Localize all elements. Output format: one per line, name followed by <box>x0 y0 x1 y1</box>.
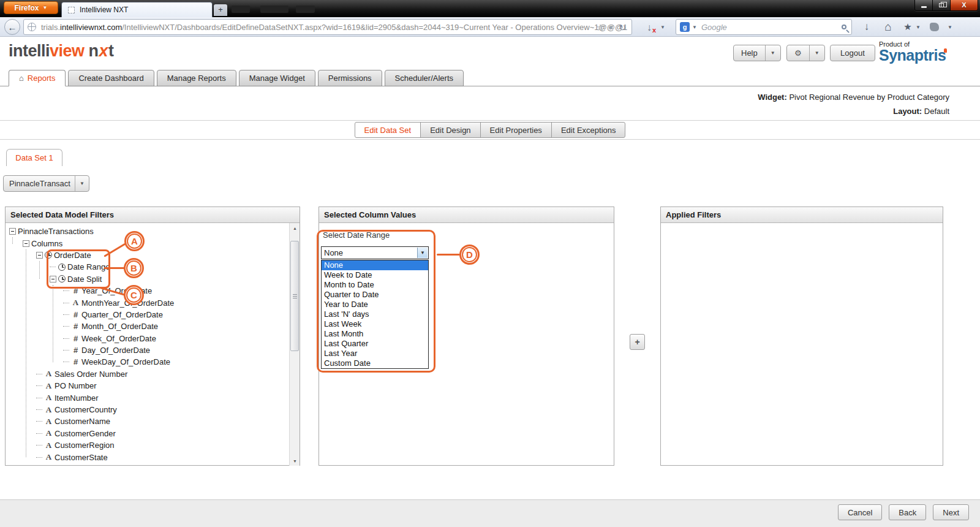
date-range-option-month-to-date[interactable]: Month to Date <box>322 280 428 290</box>
date-range-option-quarter-to-date[interactable]: Quarter to Date <box>322 290 428 300</box>
datasource-dropdown[interactable]: PinnacleTransact ▼ <box>3 175 89 192</box>
date-range-select[interactable]: None ▼ <box>321 246 429 259</box>
tab-create-dashboard[interactable]: Create Dashboard <box>68 70 154 86</box>
close-button[interactable]: X <box>951 0 978 10</box>
back-button[interactable]: Back <box>889 504 926 520</box>
chevron-down-icon[interactable]: ▼ <box>607 20 614 35</box>
tab-scheduler-alerts[interactable]: Scheduler/Alerts <box>385 70 464 86</box>
menu-item-blob[interactable] <box>232 6 250 13</box>
menu-item-blob[interactable] <box>296 6 315 13</box>
edit-tab-edit-design[interactable]: Edit Design <box>420 122 480 138</box>
select-arrow-icon[interactable]: ▼ <box>417 248 428 258</box>
date-range-option-none[interactable]: None <box>322 260 428 270</box>
tree-item-itemnumber[interactable]: A ItemNumber <box>6 392 289 403</box>
date-range-option-last-week[interactable]: Last Week <box>322 319 428 329</box>
tree-item-month-of-orderdate[interactable]: # Month_Of_OrderDate <box>6 320 289 332</box>
browser-tab[interactable]: Intelliview NXT <box>61 2 213 17</box>
scrollbar[interactable]: ▲ ▼ <box>289 223 300 466</box>
tree-connector <box>39 261 40 279</box>
tree-item-orderdate[interactable]: OrderDate <box>6 249 289 261</box>
new-tab-button[interactable]: + <box>214 4 227 16</box>
tree-item-quarter-of-orderdate[interactable]: # Quarter_Of_OrderDate <box>6 309 289 320</box>
download-indicator-button[interactable]: ↓ x <box>642 20 657 34</box>
main-tabs: ⌂ Reports Create Dashboard Manage Report… <box>0 69 980 86</box>
scroll-up-button[interactable]: ▲ <box>290 223 300 233</box>
tree-expander-icon[interactable] <box>23 240 29 247</box>
tree-item-icon: A <box>45 381 53 391</box>
tree-item-week-of-orderdate[interactable]: # Week_Of_OrderDate <box>6 333 289 344</box>
settings-button[interactable]: ⚙ ▼ <box>786 45 825 61</box>
bookmark-star-icon[interactable]: ☆ <box>595 20 606 35</box>
chevron-down-icon[interactable]: ▼ <box>765 45 780 61</box>
tree-item-date-split[interactable]: Date Split <box>6 273 289 285</box>
reload-icon[interactable]: ↻ <box>617 20 628 35</box>
minimize-icon <box>921 6 927 8</box>
tab-permissions[interactable]: Permissions <box>318 70 382 86</box>
tab-manage-widget[interactable]: Manage Widget <box>239 70 315 86</box>
tree-item-customercountry[interactable]: A CustomerCountry <box>6 404 289 415</box>
search-engine-icon[interactable]: g <box>680 22 690 32</box>
download-arrow-icon: ↓ <box>647 22 652 33</box>
add-filter-button[interactable]: + <box>630 334 645 350</box>
tree-item-customername[interactable]: A CustomerName <box>6 415 289 427</box>
chevron-down-icon[interactable]: ▼ <box>692 25 697 30</box>
bookmarks-icon[interactable]: ★ <box>902 20 914 34</box>
tree-expander-icon[interactable] <box>36 252 43 259</box>
date-range-option-week-to-date[interactable]: Week to Date <box>322 270 428 280</box>
close-icon: X <box>962 2 966 9</box>
tab-reports[interactable]: ⌂ Reports <box>9 70 66 86</box>
dataset-tab[interactable]: Data Set 1 <box>6 149 62 166</box>
tree-item-year-of-orderdate[interactable]: # Year_Of_OrderDate <box>6 285 289 297</box>
edit-tab-edit-exceptions[interactable]: Edit Exceptions <box>551 122 626 138</box>
nav-tab-label: Scheduler/Alerts <box>395 74 453 83</box>
scrollbar-thumb[interactable] <box>290 241 299 351</box>
date-range-option-last-n-days[interactable]: Last 'N' days <box>322 309 428 319</box>
tree-stub <box>63 311 70 318</box>
downloads-icon[interactable]: ↓ <box>860 20 873 34</box>
date-range-option-custom-date[interactable]: Custom Date <box>322 358 428 368</box>
chevron-down-icon[interactable]: ▼ <box>946 20 954 34</box>
logout-button[interactable]: Logout <box>830 45 875 61</box>
date-range-option-last-quarter[interactable]: Last Quarter <box>322 339 428 349</box>
menu-item-blob[interactable] <box>260 6 288 13</box>
tree-item-customerstate[interactable]: A CustomerState <box>6 451 289 463</box>
tree-item-sales-order-number[interactable]: A Sales Order Number <box>6 368 289 380</box>
chevron-down-icon[interactable]: ▼ <box>75 176 89 191</box>
back-nav-button[interactable]: ← <box>4 19 20 35</box>
tab-manage-reports[interactable]: Manage Reports <box>157 70 236 86</box>
gear-icon: ⚙ <box>787 45 809 61</box>
url-bar[interactable]: trials.intelliviewnxt.com/IntelliviewNXT… <box>23 19 632 35</box>
chevron-down-icon[interactable]: ▼ <box>809 45 824 61</box>
tree-connector <box>26 249 26 457</box>
tree-item-pinnacletransactions[interactable]: PinnacleTransactions <box>6 226 289 237</box>
date-range-option-last-year[interactable]: Last Year <box>322 349 428 358</box>
tree-item-columns[interactable]: Columns <box>6 237 289 249</box>
tree-item-day-of-orderdate[interactable]: # Day_Of_OrderDate <box>6 344 289 356</box>
cancel-button[interactable]: Cancel <box>838 504 882 520</box>
minimize-button[interactable] <box>915 0 933 10</box>
tree-item-date-range[interactable]: Date Range <box>6 261 289 273</box>
chevron-down-icon[interactable]: ▼ <box>914 20 922 34</box>
tree-item-customergender[interactable]: A CustomerGender <box>6 428 289 439</box>
tree-item-customerregion[interactable]: A CustomerRegion <box>6 439 289 451</box>
restore-button[interactable] <box>933 0 951 10</box>
search-icon[interactable] <box>842 25 846 29</box>
tree-expander-icon[interactable] <box>50 276 56 282</box>
firefox-menu-button[interactable]: Firefox ▼ <box>4 1 58 14</box>
tree-item-po-number[interactable]: A PO Number <box>6 380 289 392</box>
date-range-option-year-to-date[interactable]: Year to Date <box>322 300 428 309</box>
tree-item-label: WeekDay_Of_OrderDate <box>81 357 170 366</box>
chevron-down-icon[interactable]: ▼ <box>660 25 665 30</box>
scroll-down-button[interactable]: ▼ <box>290 456 300 466</box>
tree-item-monthyear-of-orderdate[interactable]: A MonthYear_Of_OrderDate <box>6 297 289 308</box>
tree-expander-icon[interactable] <box>9 228 16 235</box>
edit-tab-edit-data-set[interactable]: Edit Data Set <box>355 122 421 138</box>
edit-tab-edit-properties[interactable]: Edit Properties <box>480 122 552 138</box>
search-bar[interactable]: g ▼ Google <box>676 19 852 35</box>
help-button[interactable]: Help ▼ <box>733 45 781 61</box>
home-icon[interactable]: ⌂ <box>881 20 895 34</box>
date-range-option-last-month[interactable]: Last Month <box>322 329 428 339</box>
next-button[interactable]: Next <box>933 504 969 520</box>
addon-icon[interactable] <box>930 23 939 31</box>
tree-item-weekday-of-orderdate[interactable]: # WeekDay_Of_OrderDate <box>6 356 289 368</box>
